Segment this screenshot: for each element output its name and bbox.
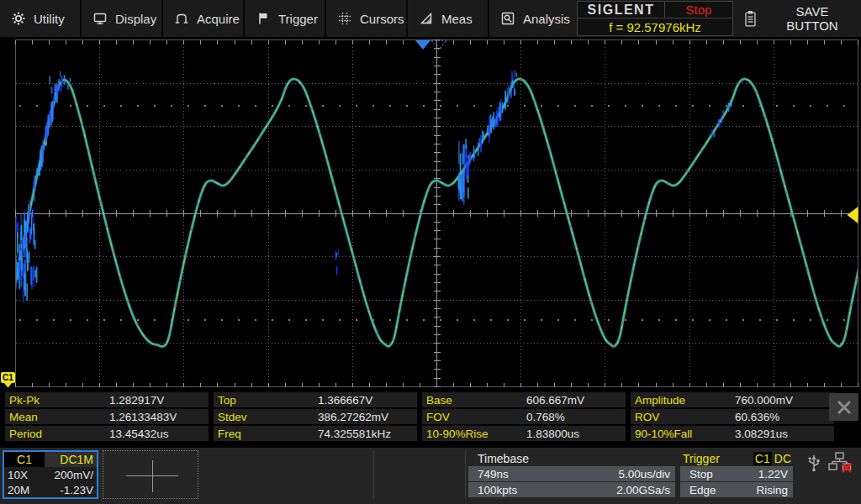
measurement-value: 13.45432us [109,428,169,440]
timebase-panel[interactable]: Timebase 749ns5.00us/div 100kpts2.00GSa/… [468,450,675,498]
add-channel-placeholder[interactable] [103,450,198,499]
status-bar: C1 DC1M 10X200mV/ 20M-1.23V Timebase 749… [0,448,861,504]
measurement-value: 0.768% [526,411,565,423]
trigger-coupling: DC [774,452,793,465]
plus-icon [152,460,153,492]
timebase-points: 100kpts [478,484,517,496]
measurement-value: 60.636% [735,411,779,423]
trigger-type: Edge [689,484,716,496]
brand-logo: SIGLENT [578,2,665,18]
measurement-cell: FOV0.768% [422,409,626,424]
measurement-value: 74.325581kHz [318,428,391,440]
measurement-label: Top [214,394,318,407]
timebase-scale: 5.00us/div [618,468,670,480]
measurement-row: Mean1.26133483V Stdev386.27262mV FOV0.76… [0,409,861,424]
measurement-label: Pk-Pk [5,394,109,407]
menu-item-utility[interactable]: Utility [0,0,80,37]
clipboard-icon [743,10,758,28]
channel-offset: -1.23V [60,484,93,496]
channel-offset-marker: C1 [1,372,15,388]
measurement-value: 386.27262mV [318,411,388,423]
menu-item-label: Utility [34,12,65,26]
cursors-icon [337,11,352,26]
measurement-value: 606.667mV [526,394,584,407]
trigger-level: 1.22V [758,468,788,480]
measurement-cell: Mean1.26133483V [5,409,209,424]
measurement-value: 1.366667V [318,394,372,407]
timebase-samplerate: 2.00GSa/s [616,484,670,496]
menu-item-analysis[interactable]: Analysis [489,0,569,37]
measurement-value: 1.282917V [109,394,164,407]
measurement-label: Amplitude [631,394,735,407]
menu-item-trigger[interactable]: Trigger [245,0,325,37]
acquisition-status-panel[interactable]: SIGLENT Stop f = 92.57976kHz [577,1,733,36]
trigger-panel[interactable]: Trigger C1 DC Stop1.22V EdgeRising [680,450,793,498]
svg-text:C1: C1 [3,373,13,382]
measurement-value: 1.83800us [526,428,579,440]
channel-coupling: DC1M [45,452,97,467]
measurement-label: Freq [214,428,318,440]
measurement-label: ROV [631,411,735,423]
menu-item-meas[interactable]: Meas [408,0,488,37]
measurement-value: 1.26133483V [109,411,177,423]
statusbar-separator [465,450,466,499]
statusbar-separator [373,450,374,499]
trigger-source-chip: C1 [753,452,772,465]
measurement-cell: 10-90%Rise1.83800us [422,426,626,441]
ruler-icon [419,11,434,26]
menu-item-cursors[interactable]: Cursors [326,0,406,37]
usb-icon [806,453,822,473]
menu-item-label: Meas [441,12,473,26]
trigger-frequency: f = 92.57976kHz [578,18,732,35]
trigger-status: Stop [689,468,713,480]
measurement-cell: Period13.45432us [5,426,209,441]
measurement-cell: ROV60.636% [631,409,834,424]
save-button-label: SAVE BUTTON [769,4,856,33]
measurement-row: Period13.45432us Freq74.325581kHz 10-90%… [0,426,861,441]
oscilloscope-screen: Utility Display Acquire Trigger Cursors … [0,0,861,504]
measurement-cell: Amplitude760.000mV [631,392,834,407]
display-icon [92,11,108,26]
trigger-title: Trigger [680,452,751,465]
gear-icon [11,11,26,26]
menu-item-label: Analysis [523,12,570,26]
measurement-cell: Freq74.325581kHz [214,426,417,441]
waveform-display[interactable]: C1 [0,39,861,388]
measurement-row: Pk-Pk1.282917V Top1.366667V Base606.667m… [0,392,861,407]
timebase-title: Timebase [468,450,675,466]
measurement-cell: Pk-Pk1.282917V [5,392,209,407]
channel-probe: 10X [8,469,28,481]
menu-item-display[interactable]: Display [82,0,161,37]
run-state-badge: Stop [665,2,732,18]
channel-scale: 200mV/ [54,469,93,481]
channel-name-chip: C1 [4,452,45,467]
timebase-delay: 749ns [478,468,509,480]
trigger-slope: Rising [756,484,788,496]
menu-item-label: Display [115,12,156,26]
measurement-label: 90-10%Fall [631,428,735,440]
measurement-label: Mean [5,411,109,423]
flag-icon [256,11,271,26]
measurement-cell: 90-10%Fall3.08291us [631,426,834,441]
channel-bandwidth: 20M [8,484,29,496]
save-button[interactable]: SAVE BUTTON [737,0,861,37]
measurement-label: Period [5,428,109,440]
top-menu-bar: Utility Display Acquire Trigger Cursors … [0,0,861,39]
measurement-panel: Pk-Pk1.282917V Top1.366667V Base606.667m… [0,392,861,443]
measurement-label: 10-90%Rise [422,428,526,440]
measurement-value: 760.000mV [735,394,793,407]
close-measurements-button[interactable] [829,393,858,421]
menu-item-label: Cursors [360,12,404,26]
measurement-cell: Stdev386.27262mV [214,409,417,424]
close-icon [836,399,853,416]
measurement-label: FOV [422,411,526,423]
lan-disconnected-icon [828,452,852,473]
measurement-cell: Top1.366667V [214,392,417,407]
channel-1-box[interactable]: C1 DC1M 10X200mV/ 20M-1.23V [3,450,98,499]
measurement-label: Base [422,394,526,407]
menu-item-label: Acquire [197,12,240,26]
acquire-icon [174,11,189,26]
measurement-value: 3.08291us [735,428,788,440]
menu-item-acquire[interactable]: Acquire [163,0,243,37]
menu-item-label: Trigger [278,12,318,26]
